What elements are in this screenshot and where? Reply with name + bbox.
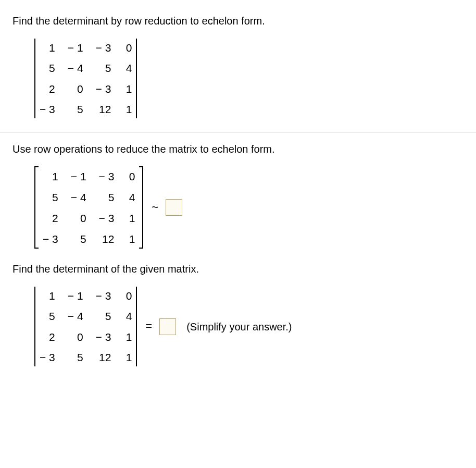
cell: 0 — [126, 166, 136, 187]
cell: 1 — [39, 38, 56, 58]
cell: 0 — [67, 327, 84, 347]
table-row: 2 0 − 3 1 — [39, 79, 133, 99]
determinant-matrix-1: 1 − 1 − 3 0 5 − 4 5 4 2 0 — [33, 38, 138, 119]
cell: 4 — [126, 187, 136, 207]
cell: − 4 — [70, 187, 87, 207]
cell: − 1 — [67, 38, 84, 58]
table-row: 5 − 4 5 4 — [39, 306, 133, 326]
cell: 5 — [95, 58, 112, 78]
cell: 2 — [42, 207, 59, 228]
cell: − 3 — [39, 347, 56, 367]
bracket-matrix: 1 − 1 − 3 0 5 − 4 5 4 2 0 — [33, 166, 144, 249]
cell: 1 — [122, 79, 133, 99]
cell: 5 — [42, 187, 59, 207]
cell: 5 — [70, 228, 87, 249]
cell: − 3 — [39, 99, 56, 119]
table-row: 5 − 4 5 4 — [39, 58, 133, 78]
cell: 5 — [67, 347, 84, 367]
table-row: 1 − 1 − 3 0 — [39, 38, 133, 58]
table-row: − 3 5 12 1 — [39, 99, 133, 119]
echelon-equation: 1 − 1 − 3 0 5 − 4 5 4 2 0 — [33, 166, 464, 249]
table-row: − 3 5 12 1 — [39, 347, 133, 367]
cell: 5 — [39, 58, 56, 78]
cell: 1 — [126, 228, 136, 249]
cell: 12 — [95, 347, 112, 367]
cell: − 3 — [95, 286, 112, 306]
table-row: − 3 5 12 1 — [42, 228, 136, 249]
table-row: 1 − 1 − 3 0 — [42, 166, 136, 187]
cell: 1 — [126, 207, 136, 228]
cell: − 4 — [67, 58, 84, 78]
reduce-prompt-text: Use row operations to reduce the matrix … — [12, 142, 464, 156]
determinant-matrix-2: 1 − 1 − 3 0 5 − 4 5 4 2 0 — [33, 286, 138, 367]
bracket-right-icon — [138, 166, 144, 249]
table-row: 5 − 4 5 4 — [42, 187, 136, 207]
cell: − 3 — [95, 327, 112, 347]
cell: 1 — [122, 327, 133, 347]
cell: 12 — [95, 99, 112, 119]
cell: 0 — [122, 38, 133, 58]
cell: 12 — [98, 228, 116, 249]
divider — [0, 132, 476, 132]
det-bar-left — [33, 286, 36, 367]
det-bar-left — [33, 38, 36, 119]
simplify-hint: (Simplify your answer.) — [186, 319, 292, 334]
cell: 1 — [122, 99, 133, 119]
cell: − 3 — [98, 207, 116, 228]
cell: − 3 — [98, 166, 116, 187]
det-bar-right — [135, 38, 138, 119]
matrix-table-3: 1 − 1 − 3 0 5 − 4 5 4 2 0 — [39, 286, 133, 367]
det-bar-right — [135, 286, 138, 367]
det-matrix-display: 1 − 1 − 3 0 5 − 4 5 4 2 0 — [33, 38, 464, 119]
find-det-prompt-text: Find the determinant of the given matrix… — [12, 262, 464, 276]
cell: 0 — [70, 207, 87, 228]
cell: 5 — [39, 306, 56, 326]
cell: 4 — [122, 58, 133, 78]
cell: 2 — [39, 79, 56, 99]
cell: − 1 — [70, 166, 87, 187]
cell: 5 — [67, 99, 84, 119]
intro-text: Find the determinant by row reduction to… — [12, 14, 464, 28]
cell: 5 — [95, 306, 112, 326]
table-row: 2 0 − 3 1 — [39, 327, 133, 347]
cell: − 4 — [67, 306, 84, 326]
table-row: 2 0 − 3 1 — [42, 207, 136, 228]
echelon-answer-input[interactable] — [166, 199, 182, 216]
determinant-answer-input[interactable] — [159, 318, 176, 335]
matrix-table-2: 1 − 1 − 3 0 5 − 4 5 4 2 0 — [42, 166, 136, 249]
cell: − 3 — [42, 228, 59, 249]
determinant-equation: 1 − 1 − 3 0 5 − 4 5 4 2 0 — [33, 286, 464, 367]
cell: 1 — [39, 286, 56, 306]
cell: − 3 — [95, 79, 112, 99]
cell: 1 — [42, 166, 59, 187]
cell: 1 — [122, 347, 133, 367]
matrix-table-1: 1 − 1 − 3 0 5 − 4 5 4 2 0 — [39, 38, 133, 119]
bracket-left-icon — [33, 166, 40, 249]
cell: 4 — [122, 306, 133, 326]
table-row: 1 − 1 − 3 0 — [39, 286, 133, 306]
cell: 2 — [39, 327, 56, 347]
cell: 0 — [122, 286, 133, 306]
cell: − 1 — [67, 286, 84, 306]
equals-symbol: = — [145, 318, 152, 335]
cell: 0 — [67, 79, 84, 99]
cell: − 3 — [95, 38, 112, 58]
cell: 5 — [98, 187, 116, 207]
tilde-symbol: ~ — [152, 200, 158, 216]
